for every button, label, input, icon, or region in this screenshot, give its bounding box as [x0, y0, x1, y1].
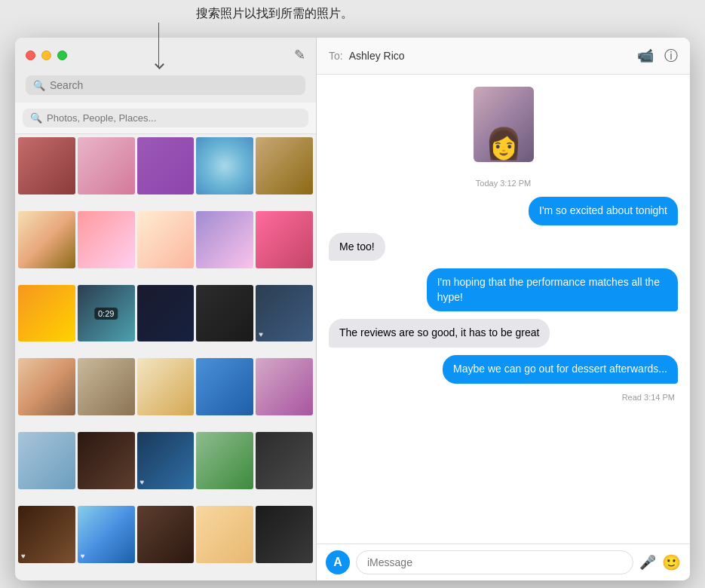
photo-cell[interactable] [196, 432, 253, 489]
app-container: ✎ 🔍 🔍 0:29♥♥♥♥ To: Ashley Rico 📹 [15, 38, 690, 580]
message-row: I'm hoping that the performance matches … [329, 268, 678, 311]
photo-cell[interactable] [78, 211, 135, 268]
messages-header: To: Ashley Rico 📹 ⓘ [317, 38, 690, 75]
photo-cell[interactable] [78, 137, 135, 194]
info-button[interactable]: ⓘ [664, 47, 678, 65]
video-call-button[interactable]: 📹 [637, 47, 654, 64]
read-receipt: Read 3:14 PM [329, 393, 675, 402]
message-input[interactable] [356, 550, 633, 574]
minimize-button[interactable] [41, 51, 51, 60]
photo-cell[interactable]: 0:29 [78, 285, 135, 342]
to-label: To: [329, 50, 343, 62]
incoming-bubble: Me too! [329, 233, 385, 262]
contact-photo: 👩 [474, 87, 534, 162]
messages-area[interactable]: Today 3:12 PM I'm so excited about tonig… [317, 168, 690, 544]
outgoing-bubble: I'm so excited about tonight [529, 197, 678, 225]
photo-cell[interactable] [256, 211, 313, 268]
message-row: Maybe we can go out for dessert afterwar… [329, 355, 678, 384]
photo-search-input[interactable] [47, 112, 301, 124]
photo-cell[interactable] [256, 506, 313, 563]
photo-cell[interactable] [137, 285, 195, 342]
message-input-area: A 🎤 🙂 [317, 544, 690, 580]
audio-button[interactable]: 🎤 [639, 554, 656, 571]
search-icon: 🔍 [33, 80, 45, 91]
photo-cell[interactable] [196, 285, 253, 342]
photo-search-wrapper[interactable]: 🔍 [23, 109, 308, 127]
emoji-button[interactable]: 🙂 [662, 553, 681, 571]
photo-cell[interactable] [137, 358, 195, 415]
close-button[interactable] [26, 51, 35, 60]
photo-cell[interactable] [18, 285, 75, 342]
photo-grid: 0:29♥♥♥♥ [15, 134, 316, 580]
photo-cell[interactable]: ♥ [78, 506, 135, 563]
compose-button[interactable]: ✎ [294, 47, 305, 63]
maximize-button[interactable] [57, 51, 67, 60]
annotation-line [158, 23, 159, 68]
app-store-icon: A [333, 556, 342, 569]
title-bar: ✎ [15, 38, 316, 71]
photo-cell[interactable] [137, 137, 195, 194]
photo-cell[interactable] [256, 137, 313, 194]
photo-search-area: 🔍 [15, 103, 316, 134]
outgoing-bubble: Maybe we can go out for dessert afterwar… [443, 355, 678, 384]
photo-cell[interactable] [256, 358, 313, 415]
message-row: I'm so excited about tonight [329, 197, 678, 225]
photo-cell[interactable] [196, 506, 253, 563]
photo-cell[interactable] [256, 432, 313, 489]
photo-cell[interactable] [196, 358, 253, 415]
photo-cell[interactable] [18, 137, 75, 194]
contact-photo-figure: 👩 [485, 128, 523, 158]
photo-cell[interactable]: ♥ [18, 506, 75, 563]
photo-cell[interactable] [18, 211, 75, 268]
photo-search-icon: 🔍 [30, 112, 42, 124]
app-store-button[interactable]: A [326, 550, 350, 574]
message-row: Me too! [329, 233, 678, 262]
incoming-bubble: The reviews are so good, it has to be gr… [329, 319, 550, 348]
contact-name: Ashley Rico [349, 50, 405, 62]
photo-cell[interactable]: ♥ [137, 432, 195, 489]
photo-cell[interactable] [78, 432, 135, 489]
search-bar: 🔍 [15, 71, 316, 103]
contact-image-area: 👩 [317, 75, 690, 168]
annotation-text: 搜索照片以找到所需的照片。 [196, 6, 353, 22]
outgoing-bubble: I'm hoping that the performance matches … [427, 268, 678, 311]
photo-cell[interactable] [196, 137, 253, 194]
photo-cell[interactable] [78, 358, 135, 415]
search-input[interactable] [50, 79, 298, 91]
photo-cell[interactable] [196, 211, 253, 268]
photos-panel: ✎ 🔍 🔍 0:29♥♥♥♥ [15, 38, 317, 580]
timestamp: Today 3:12 PM [329, 179, 678, 188]
photo-cell[interactable]: ♥ [256, 285, 313, 342]
photo-cell[interactable] [137, 211, 195, 268]
messages-panel: To: Ashley Rico 📹 ⓘ 👩 Today 3:12 PM I'm … [317, 38, 690, 580]
photo-cell[interactable] [18, 432, 75, 489]
search-wrapper[interactable]: 🔍 [26, 75, 305, 95]
photo-cell[interactable] [18, 358, 75, 415]
header-icons: 📹 ⓘ [637, 47, 678, 65]
message-row: The reviews are so good, it has to be gr… [329, 319, 678, 348]
photo-cell[interactable] [137, 506, 195, 563]
